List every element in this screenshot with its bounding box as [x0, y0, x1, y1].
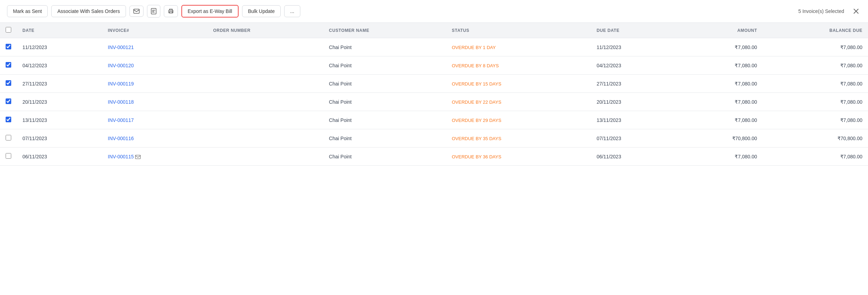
row-status: OVERDUE BY 15 DAYS — [446, 75, 591, 93]
email-icon-button[interactable] — [129, 6, 143, 17]
email-icon — [133, 9, 140, 14]
svg-rect-5 — [135, 155, 141, 159]
header-status: STATUS — [446, 23, 591, 38]
svg-point-4 — [172, 11, 173, 12]
row-checkbox[interactable] — [6, 98, 11, 104]
row-invoice: INV-000117 — [102, 111, 207, 129]
row-checkbox[interactable] — [6, 153, 11, 159]
row-due-date: 06/11/2023 — [591, 148, 676, 166]
invoice-link[interactable]: INV-000121 — [108, 44, 134, 50]
toolbar: Mark as Sent Associate With Sales Orders… — [0, 0, 868, 23]
row-due-date: 13/11/2023 — [591, 111, 676, 129]
row-order-number — [207, 93, 323, 111]
row-customer-name: Chai Point — [323, 56, 446, 75]
row-checkbox-cell — [0, 93, 17, 111]
pdf-icon-button[interactable] — [147, 5, 160, 18]
associate-sales-orders-button[interactable]: Associate With Sales Orders — [51, 5, 126, 17]
row-customer-name: Chai Point — [323, 111, 446, 129]
row-date: 13/11/2023 — [17, 111, 102, 129]
row-checkbox-cell — [0, 129, 17, 148]
invoice-link[interactable]: INV-000115 — [108, 154, 134, 159]
row-checkbox[interactable] — [6, 44, 11, 49]
invoices-table: DATE INVOICE# ORDER NUMBER CUSTOMER NAME… — [0, 23, 868, 166]
table-row: 11/12/2023INV-000121Chai PointOVERDUE BY… — [0, 38, 868, 56]
svg-rect-0 — [134, 9, 139, 13]
row-date: 07/11/2023 — [17, 129, 102, 148]
row-order-number — [207, 56, 323, 75]
row-checkbox[interactable] — [6, 80, 11, 86]
row-date: 04/12/2023 — [17, 56, 102, 75]
row-status: OVERDUE BY 35 DAYS — [446, 129, 591, 148]
table-row: 07/11/2023INV-000116Chai PointOVERDUE BY… — [0, 129, 868, 148]
header-due-date: DUE DATE — [591, 23, 676, 38]
table-row: 13/11/2023INV-000117Chai PointOVERDUE BY… — [0, 111, 868, 129]
row-balance-due: ₹7,080.00 — [763, 75, 868, 93]
invoice-link[interactable]: INV-000120 — [108, 63, 134, 68]
row-order-number — [207, 129, 323, 148]
row-customer-name: Chai Point — [323, 38, 446, 56]
row-status: OVERDUE BY 1 DAY — [446, 38, 591, 56]
svg-rect-3 — [169, 12, 172, 13]
row-status: OVERDUE BY 29 DAYS — [446, 111, 591, 129]
row-balance-due: ₹7,080.00 — [763, 56, 868, 75]
row-status: OVERDUE BY 36 DAYS — [446, 148, 591, 166]
invoice-link[interactable]: INV-000116 — [108, 136, 134, 141]
row-invoice: INV-000121 — [102, 38, 207, 56]
select-all-checkbox[interactable] — [6, 27, 11, 33]
print-icon-button[interactable] — [164, 5, 178, 17]
mark-as-sent-button[interactable]: Mark as Sent — [7, 5, 48, 17]
table-row: 20/11/2023INV-000118Chai PointOVERDUE BY… — [0, 93, 868, 111]
row-date: 06/11/2023 — [17, 148, 102, 166]
row-due-date: 11/12/2023 — [591, 38, 676, 56]
header-customer-name: CUSTOMER NAME — [323, 23, 446, 38]
invoice-link[interactable]: INV-000119 — [108, 81, 134, 87]
row-invoice: INV-000116 — [102, 129, 207, 148]
header-amount: AMOUNT — [676, 23, 763, 38]
row-checkbox[interactable] — [6, 62, 11, 68]
row-balance-due: ₹7,080.00 — [763, 111, 868, 129]
table-header-row: DATE INVOICE# ORDER NUMBER CUSTOMER NAME… — [0, 23, 868, 38]
row-invoice: INV-000120 — [102, 56, 207, 75]
row-checkbox-cell — [0, 38, 17, 56]
row-amount: ₹7,080.00 — [676, 75, 763, 93]
export-eway-bill-button[interactable]: Export as E-Way Bill — [181, 5, 239, 18]
row-customer-name: Chai Point — [323, 93, 446, 111]
header-order-number: ORDER NUMBER — [207, 23, 323, 38]
selected-count: 5 Invoice(s) Selected — [798, 8, 844, 14]
row-amount: ₹7,080.00 — [676, 56, 763, 75]
row-due-date: 27/11/2023 — [591, 75, 676, 93]
header-balance-due: BALANCE DUE — [763, 23, 868, 38]
invoices-table-container: DATE INVOICE# ORDER NUMBER CUSTOMER NAME… — [0, 23, 868, 166]
row-invoice: INV-000119 — [102, 75, 207, 93]
row-due-date: 20/11/2023 — [591, 93, 676, 111]
row-status: OVERDUE BY 22 DAYS — [446, 93, 591, 111]
row-customer-name: Chai Point — [323, 75, 446, 93]
row-invoice: INV-000115 — [102, 148, 207, 166]
bulk-update-button[interactable]: Bulk Update — [242, 5, 281, 17]
row-customer-name: Chai Point — [323, 148, 446, 166]
row-status: OVERDUE BY 8 DAYS — [446, 56, 591, 75]
row-balance-due: ₹7,080.00 — [763, 38, 868, 56]
more-options-button[interactable]: ... — [284, 5, 300, 17]
row-amount: ₹7,080.00 — [676, 38, 763, 56]
invoice-link[interactable]: INV-000117 — [108, 117, 134, 123]
row-amount: ₹7,080.00 — [676, 148, 763, 166]
row-balance-due: ₹70,800.00 — [763, 129, 868, 148]
row-date: 27/11/2023 — [17, 75, 102, 93]
row-balance-due: ₹7,080.00 — [763, 93, 868, 111]
row-checkbox[interactable] — [6, 135, 11, 140]
header-invoice: INVOICE# — [102, 23, 207, 38]
row-customer-name: Chai Point — [323, 129, 446, 148]
invoice-link[interactable]: INV-000118 — [108, 99, 134, 105]
row-due-date: 04/12/2023 — [591, 56, 676, 75]
header-date: DATE — [17, 23, 102, 38]
row-checkbox[interactable] — [6, 117, 11, 122]
row-order-number — [207, 111, 323, 129]
close-icon — [853, 8, 860, 15]
row-checkbox-cell — [0, 111, 17, 129]
row-balance-due: ₹7,080.00 — [763, 148, 868, 166]
email-sent-icon — [134, 154, 141, 159]
row-checkbox-cell — [0, 148, 17, 166]
close-button[interactable] — [851, 6, 861, 16]
row-amount: ₹7,080.00 — [676, 111, 763, 129]
